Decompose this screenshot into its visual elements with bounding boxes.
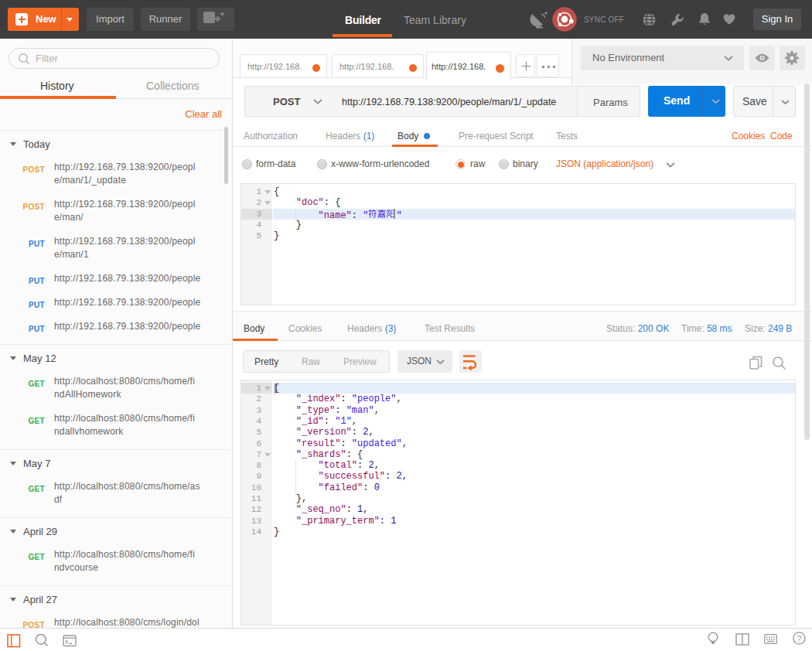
svg-text:?: ? — [797, 634, 801, 643]
